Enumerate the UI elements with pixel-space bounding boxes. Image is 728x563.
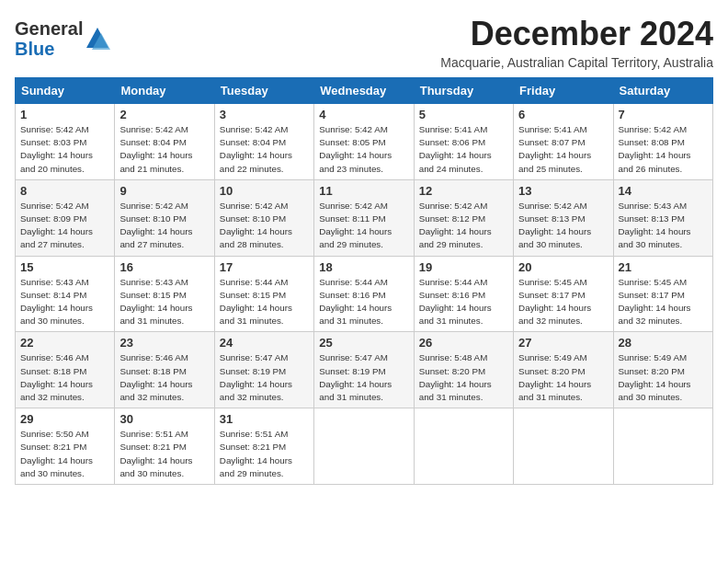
calendar-cell: 4Sunrise: 5:42 AM Sunset: 8:05 PM Daylig…: [314, 104, 414, 180]
calendar-cell: 15Sunrise: 5:43 AM Sunset: 8:14 PM Dayli…: [16, 256, 115, 332]
calendar-cell: 27Sunrise: 5:49 AM Sunset: 8:20 PM Dayli…: [514, 332, 613, 408]
col-header-saturday: Saturday: [613, 78, 712, 104]
calendar: SundayMondayTuesdayWednesdayThursdayFrid…: [15, 77, 713, 485]
col-header-wednesday: Wednesday: [314, 78, 414, 104]
day-number: 25: [319, 336, 408, 350]
day-info: Sunrise: 5:42 AM Sunset: 8:10 PM Dayligh…: [119, 200, 209, 252]
day-number: 13: [518, 184, 608, 198]
calendar-week-1: 1Sunrise: 5:42 AM Sunset: 8:03 PM Daylig…: [16, 104, 713, 180]
day-info: Sunrise: 5:49 AM Sunset: 8:20 PM Dayligh…: [619, 351, 708, 404]
day-number: 10: [220, 184, 309, 198]
day-number: 30: [119, 412, 209, 426]
day-number: 20: [518, 260, 608, 274]
col-header-friday: Friday: [514, 78, 613, 104]
calendar-cell: 8Sunrise: 5:42 AM Sunset: 8:09 PM Daylig…: [16, 179, 115, 256]
day-number: 26: [419, 336, 508, 350]
day-number: 29: [20, 412, 109, 426]
calendar-cell: 1Sunrise: 5:42 AM Sunset: 8:03 PM Daylig…: [16, 104, 115, 180]
day-info: Sunrise: 5:42 AM Sunset: 8:04 PM Dayligh…: [220, 123, 309, 176]
day-info: Sunrise: 5:44 AM Sunset: 8:16 PM Dayligh…: [419, 276, 508, 328]
logo-general: General: [15, 18, 83, 39]
calendar-cell: 22Sunrise: 5:46 AM Sunset: 8:18 PM Dayli…: [16, 332, 115, 408]
calendar-cell: 21Sunrise: 5:45 AM Sunset: 8:17 PM Dayli…: [613, 256, 712, 332]
day-number: 18: [319, 260, 408, 274]
day-info: Sunrise: 5:42 AM Sunset: 8:12 PM Dayligh…: [419, 200, 508, 252]
calendar-cell: 7Sunrise: 5:42 AM Sunset: 8:08 PM Daylig…: [613, 104, 712, 180]
logo: General Blue: [15, 18, 110, 59]
calendar-cell: [514, 408, 613, 485]
day-info: Sunrise: 5:42 AM Sunset: 8:04 PM Dayligh…: [119, 123, 209, 176]
day-info: Sunrise: 5:51 AM Sunset: 8:21 PM Dayligh…: [119, 428, 209, 480]
day-info: Sunrise: 5:42 AM Sunset: 8:09 PM Dayligh…: [20, 200, 109, 252]
day-info: Sunrise: 5:47 AM Sunset: 8:19 PM Dayligh…: [220, 351, 309, 404]
day-info: Sunrise: 5:42 AM Sunset: 8:08 PM Dayligh…: [619, 123, 708, 176]
calendar-cell: 26Sunrise: 5:48 AM Sunset: 8:20 PM Dayli…: [414, 332, 513, 408]
col-header-tuesday: Tuesday: [214, 78, 313, 104]
calendar-week-3: 15Sunrise: 5:43 AM Sunset: 8:14 PM Dayli…: [16, 256, 713, 332]
title-area: December 2024 Macquarie, Australian Capi…: [440, 15, 713, 70]
calendar-cell: 17Sunrise: 5:44 AM Sunset: 8:15 PM Dayli…: [214, 256, 313, 332]
day-info: Sunrise: 5:45 AM Sunset: 8:17 PM Dayligh…: [518, 276, 608, 328]
day-info: Sunrise: 5:45 AM Sunset: 8:17 PM Dayligh…: [619, 276, 708, 328]
day-number: 31: [220, 412, 309, 426]
day-number: 8: [20, 184, 109, 198]
day-info: Sunrise: 5:42 AM Sunset: 8:03 PM Dayligh…: [20, 123, 109, 176]
day-number: 14: [619, 184, 708, 198]
day-info: Sunrise: 5:42 AM Sunset: 8:05 PM Dayligh…: [319, 123, 408, 176]
calendar-cell: 31Sunrise: 5:51 AM Sunset: 8:21 PM Dayli…: [214, 408, 313, 485]
calendar-cell: [613, 408, 712, 485]
col-header-monday: Monday: [115, 78, 214, 104]
day-info: Sunrise: 5:49 AM Sunset: 8:20 PM Dayligh…: [518, 351, 608, 404]
calendar-cell: 24Sunrise: 5:47 AM Sunset: 8:19 PM Dayli…: [214, 332, 313, 408]
day-number: 11: [319, 184, 408, 198]
day-number: 6: [518, 108, 608, 121]
day-info: Sunrise: 5:51 AM Sunset: 8:21 PM Dayligh…: [220, 428, 309, 480]
logo-blue: Blue: [15, 39, 54, 59]
calendar-cell: 25Sunrise: 5:47 AM Sunset: 8:19 PM Dayli…: [314, 332, 414, 408]
day-number: 1: [20, 108, 109, 121]
day-number: 23: [119, 336, 209, 350]
day-number: 17: [220, 260, 309, 274]
calendar-week-5: 29Sunrise: 5:50 AM Sunset: 8:21 PM Dayli…: [16, 408, 713, 485]
calendar-cell: 10Sunrise: 5:42 AM Sunset: 8:10 PM Dayli…: [214, 179, 313, 256]
logo-icon: [85, 26, 110, 52]
day-number: 22: [20, 336, 109, 350]
calendar-cell: 11Sunrise: 5:42 AM Sunset: 8:11 PM Dayli…: [314, 179, 414, 256]
day-info: Sunrise: 5:46 AM Sunset: 8:18 PM Dayligh…: [20, 351, 109, 404]
day-number: 9: [119, 184, 209, 198]
day-info: Sunrise: 5:43 AM Sunset: 8:14 PM Dayligh…: [20, 276, 109, 328]
calendar-cell: 18Sunrise: 5:44 AM Sunset: 8:16 PM Dayli…: [314, 256, 414, 332]
day-info: Sunrise: 5:43 AM Sunset: 8:13 PM Dayligh…: [619, 200, 708, 252]
calendar-cell: 30Sunrise: 5:51 AM Sunset: 8:21 PM Dayli…: [115, 408, 214, 485]
calendar-cell: 9Sunrise: 5:42 AM Sunset: 8:10 PM Daylig…: [115, 179, 214, 256]
day-number: 3: [220, 108, 309, 121]
day-info: Sunrise: 5:48 AM Sunset: 8:20 PM Dayligh…: [419, 351, 508, 404]
day-info: Sunrise: 5:44 AM Sunset: 8:16 PM Dayligh…: [319, 276, 408, 328]
day-number: 21: [619, 260, 708, 274]
day-number: 28: [619, 336, 708, 350]
day-number: 2: [119, 108, 209, 121]
day-info: Sunrise: 5:41 AM Sunset: 8:07 PM Dayligh…: [518, 123, 608, 176]
header: General Blue December 2024 Macquarie, Au…: [15, 15, 713, 70]
day-info: Sunrise: 5:47 AM Sunset: 8:19 PM Dayligh…: [319, 351, 408, 404]
day-info: Sunrise: 5:41 AM Sunset: 8:06 PM Dayligh…: [419, 123, 508, 176]
calendar-cell: 6Sunrise: 5:41 AM Sunset: 8:07 PM Daylig…: [514, 104, 613, 180]
location: Macquarie, Australian Capital Territory,…: [440, 55, 713, 70]
day-number: 19: [419, 260, 508, 274]
calendar-cell: 13Sunrise: 5:42 AM Sunset: 8:13 PM Dayli…: [514, 179, 613, 256]
calendar-cell: [314, 408, 414, 485]
day-number: 16: [119, 260, 209, 274]
calendar-cell: 3Sunrise: 5:42 AM Sunset: 8:04 PM Daylig…: [214, 104, 313, 180]
calendar-week-4: 22Sunrise: 5:46 AM Sunset: 8:18 PM Dayli…: [16, 332, 713, 408]
day-number: 5: [419, 108, 508, 121]
day-number: 27: [518, 336, 608, 350]
month-year: December 2024: [440, 15, 713, 53]
day-info: Sunrise: 5:50 AM Sunset: 8:21 PM Dayligh…: [20, 428, 109, 480]
calendar-cell: 16Sunrise: 5:43 AM Sunset: 8:15 PM Dayli…: [115, 256, 214, 332]
calendar-week-2: 8Sunrise: 5:42 AM Sunset: 8:09 PM Daylig…: [16, 179, 713, 256]
day-number: 7: [619, 108, 708, 121]
calendar-header-row: SundayMondayTuesdayWednesdayThursdayFrid…: [16, 78, 713, 104]
day-number: 24: [220, 336, 309, 350]
day-info: Sunrise: 5:42 AM Sunset: 8:10 PM Dayligh…: [220, 200, 309, 252]
day-number: 12: [419, 184, 508, 198]
